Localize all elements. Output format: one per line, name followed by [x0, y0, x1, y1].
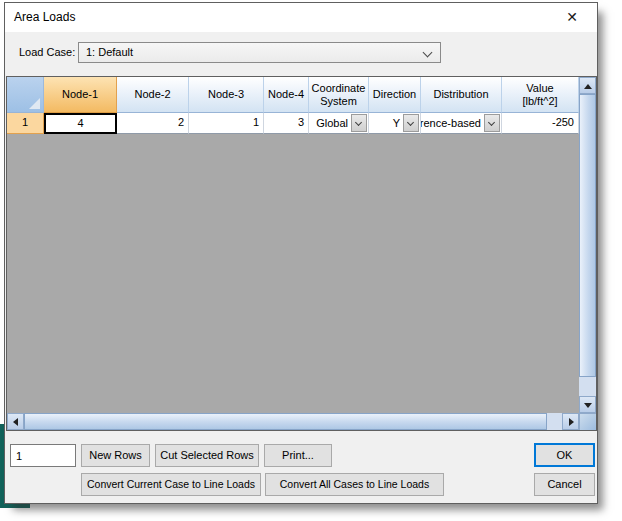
cell-node-3[interactable]: 1 [189, 113, 264, 134]
distribution-dropdown-button[interactable] [484, 114, 500, 132]
convert-all-cases-button[interactable]: Convert All Cases to Line Loads [265, 473, 444, 496]
column-header-node-1[interactable]: Node-1 [44, 77, 117, 113]
grid-body: Node-1 Node-2 Node-3 Node-4 Coordinate S… [7, 77, 579, 413]
arrow-up-icon [584, 84, 592, 89]
cell-value[interactable]: -250 [502, 113, 579, 134]
select-all-triangle-icon [29, 98, 40, 109]
cell-node-2[interactable]: 2 [117, 113, 189, 134]
load-case-value: 1: Default [86, 46, 133, 58]
column-header-coordinate-system[interactable]: Coordinate System [309, 77, 369, 113]
dialog-title: Area Loads [14, 10, 75, 24]
load-case-label: Load Case: [19, 46, 75, 58]
print-button[interactable]: Print... [264, 444, 332, 467]
scroll-right-button[interactable] [562, 413, 579, 430]
distribution-value: iference-based [421, 113, 483, 133]
column-header-direction[interactable]: Direction [369, 77, 421, 113]
chevron-down-icon [407, 119, 414, 126]
new-rows-count-input[interactable] [10, 444, 76, 467]
vertical-scrollbar[interactable] [579, 77, 596, 413]
cut-selected-rows-button[interactable]: Cut Selected Rows [155, 444, 259, 467]
cell-distribution[interactable]: iference-based [421, 113, 502, 134]
arrow-left-icon [13, 418, 18, 426]
column-header-node-3[interactable]: Node-3 [189, 77, 264, 113]
cancel-button[interactable]: Cancel [534, 473, 595, 496]
chevron-down-icon [423, 48, 433, 58]
column-header-distribution[interactable]: Distribution [421, 77, 502, 113]
select-all-corner-cell[interactable] [7, 77, 44, 113]
coordinate-system-dropdown-button[interactable] [351, 114, 367, 132]
cell-node-1-selected[interactable]: 4 [44, 113, 117, 134]
ok-button[interactable]: OK [534, 443, 595, 467]
cell-coordinate-system[interactable]: Global [309, 113, 369, 134]
column-header-node-2[interactable]: Node-2 [117, 77, 189, 113]
arrow-right-icon [569, 418, 574, 426]
area-loads-grid: Node-1 Node-2 Node-3 Node-4 Coordinate S… [6, 76, 597, 431]
direction-dropdown-button[interactable] [403, 114, 419, 132]
area-loads-dialog: Area Loads ✕ Load Case: 1: Default Node-… [4, 2, 598, 504]
coordinate-system-value: Global [309, 113, 350, 133]
arrow-down-icon [584, 403, 592, 408]
scrollbar-corner [579, 413, 596, 430]
direction-value: Y [369, 113, 402, 133]
vertical-scrollbar-thumb[interactable] [579, 94, 596, 377]
cell-direction[interactable]: Y [369, 113, 421, 134]
new-rows-button[interactable]: New Rows [81, 444, 150, 467]
grid-header-row: Node-1 Node-2 Node-3 Node-4 Coordinate S… [7, 77, 579, 113]
chevron-down-icon [355, 119, 362, 126]
scroll-down-button[interactable] [579, 396, 596, 413]
convert-current-case-button[interactable]: Convert Current Case to Line Loads [81, 473, 261, 496]
close-icon[interactable]: ✕ [555, 6, 589, 29]
table-row: 1 4 2 1 3 Global Y ifer [7, 113, 579, 134]
scroll-up-button[interactable] [579, 77, 596, 94]
horizontal-scrollbar-thumb[interactable] [24, 413, 547, 430]
title-bar[interactable]: Area Loads ✕ [5, 3, 597, 32]
column-header-value[interactable]: Value [lb/ft^2] [502, 77, 579, 113]
cell-node-4[interactable]: 3 [264, 113, 309, 134]
horizontal-scrollbar[interactable] [7, 413, 579, 430]
column-header-node-4[interactable]: Node-4 [264, 77, 309, 113]
row-header[interactable]: 1 [7, 113, 44, 134]
scroll-left-button[interactable] [7, 413, 24, 430]
chevron-down-icon [488, 119, 495, 126]
load-case-select[interactable]: 1: Default [78, 42, 441, 63]
